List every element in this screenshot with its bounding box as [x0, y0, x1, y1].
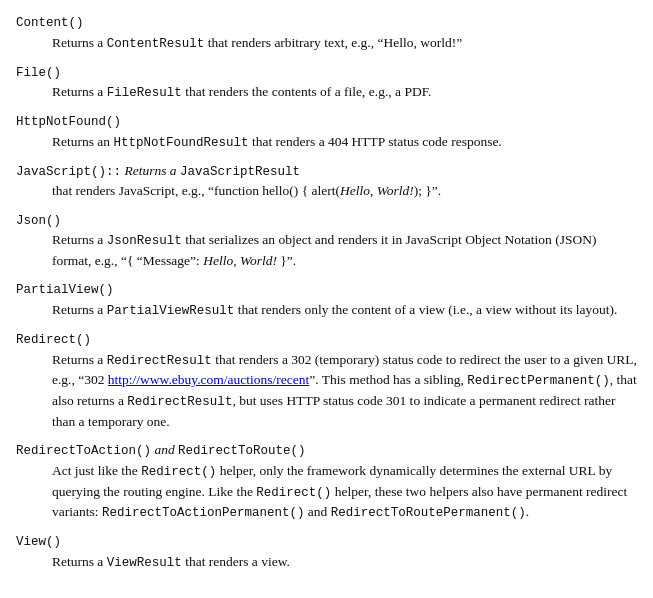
entry-redirecttoroute-term: RedirectToRoute(): [178, 444, 306, 458]
redirect-example-link[interactable]: http://www.ebuy.com/auctions/recent: [108, 372, 309, 387]
entry-redirect-desc: Returns a RedirectResult that renders a …: [52, 350, 637, 433]
entry-partialview-text: Returns a PartialViewResult that renders…: [52, 300, 637, 321]
entry-httpnotfound-desc: Returns an HttpNotFoundResult that rende…: [52, 132, 637, 153]
entry-view: View() Returns a ViewResult that renders…: [16, 531, 637, 573]
entry-redirecttoaction-header: RedirectToAction() and RedirectToRoute(): [16, 440, 637, 461]
entry-javascript-returns-label: Returns a: [121, 163, 180, 178]
entry-file-desc: Returns a FileResult that renders the co…: [52, 82, 637, 103]
entry-view-desc: Returns a ViewResult that renders a view…: [52, 552, 637, 573]
entry-file-text: Returns a FileResult that renders the co…: [52, 82, 637, 103]
entry-redirecttoaction: RedirectToAction() and RedirectToRoute()…: [16, 440, 637, 523]
entry-httpnotfound-text: Returns an HttpNotFoundResult that rende…: [52, 132, 637, 153]
entry-javascript-desc: that renders JavaScript, e.g., “function…: [52, 181, 637, 201]
entry-javascript-header: JavaScript():: Returns a JavaScriptResul…: [16, 161, 637, 182]
entry-redirecttoaction-and: and: [151, 442, 178, 457]
entry-httpnotfound-header: HttpNotFound(): [16, 111, 637, 132]
entry-json-text: Returns a JsonResult that serializes an …: [52, 230, 637, 271]
entry-content-desc: Returns a ContentResult that renders arb…: [52, 33, 637, 54]
entry-httpnotfound-term: HttpNotFound(): [16, 115, 121, 129]
entry-redirecttoaction-term: RedirectToAction(): [16, 444, 151, 458]
entry-javascript-text: that renders JavaScript, e.g., “function…: [52, 181, 637, 201]
entry-partialview-header: PartialView(): [16, 279, 637, 300]
entry-file-header: File(): [16, 62, 637, 83]
entry-httpnotfound: HttpNotFound() Returns an HttpNotFoundRe…: [16, 111, 637, 153]
entry-json: Json() Returns a JsonResult that seriali…: [16, 210, 637, 272]
entry-redirect-text: Returns a RedirectResult that renders a …: [52, 350, 637, 433]
entry-view-text: Returns a ViewResult that renders a view…: [52, 552, 637, 573]
entry-file: File() Returns a FileResult that renders…: [16, 62, 637, 104]
entry-partialview-term: PartialView(): [16, 283, 114, 297]
entry-content-header: Content(): [16, 12, 637, 33]
entry-view-header: View(): [16, 531, 637, 552]
entry-view-term: View(): [16, 535, 61, 549]
entry-file-term: File(): [16, 66, 61, 80]
entry-redirect-term: Redirect(): [16, 333, 91, 347]
entry-content: Content() Returns a ContentResult that r…: [16, 12, 637, 54]
entry-partialview-desc: Returns a PartialViewResult that renders…: [52, 300, 637, 321]
entry-javascript: JavaScript():: Returns a JavaScriptResul…: [16, 161, 637, 202]
entry-content-text: Returns a ContentResult that renders arb…: [52, 33, 637, 54]
documentation-content: Content() Returns a ContentResult that r…: [16, 12, 637, 573]
entry-redirecttoaction-text: Act just like the Redirect() helper, onl…: [52, 461, 637, 523]
entry-redirect-header: Redirect(): [16, 329, 637, 350]
entry-content-term: Content(): [16, 16, 84, 30]
entry-javascript-term: JavaScript()::: [16, 165, 121, 179]
entry-json-desc: Returns a JsonResult that serializes an …: [52, 230, 637, 271]
entry-javascript-result-type: JavaScriptResult: [180, 165, 300, 179]
entry-redirect: Redirect() Returns a RedirectResult that…: [16, 329, 637, 432]
entry-redirecttoaction-desc: Act just like the Redirect() helper, onl…: [52, 461, 637, 523]
entry-json-term: Json(): [16, 214, 61, 228]
entry-partialview: PartialView() Returns a PartialViewResul…: [16, 279, 637, 321]
entry-json-header: Json(): [16, 210, 637, 231]
